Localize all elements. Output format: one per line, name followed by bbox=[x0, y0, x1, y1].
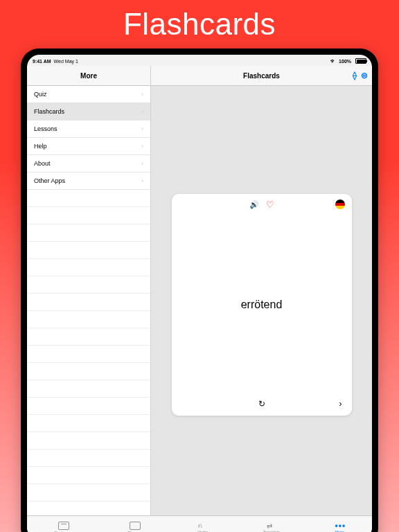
wifi-icon: ᯤ bbox=[330, 58, 336, 64]
tab-label: Translate bbox=[263, 530, 281, 533]
tab-label: Verbs bbox=[197, 530, 208, 533]
translate-icon: ⇄ bbox=[267, 522, 276, 529]
battery-percent: 100% bbox=[339, 59, 351, 64]
screen: 9:41 AM Wed May 1 ᯤ 100% More Quiz › bbox=[27, 55, 372, 532]
tab-phrases[interactable]: Phrases bbox=[127, 522, 143, 533]
heart-icon[interactable]: ♡ bbox=[266, 200, 274, 210]
list-spacer bbox=[27, 415, 150, 432]
chevron-right-icon: › bbox=[141, 143, 143, 150]
list-spacer bbox=[27, 346, 150, 363]
list-spacer bbox=[27, 450, 150, 467]
list-spacer bbox=[27, 276, 150, 294]
chevron-right-icon: › bbox=[141, 125, 143, 132]
book-icon bbox=[58, 522, 69, 530]
next-card-icon[interactable]: › bbox=[339, 399, 342, 409]
menu-item-label: Flashcards bbox=[34, 108, 64, 115]
left-navbar-title: More bbox=[80, 72, 97, 80]
chevron-right-icon: › bbox=[141, 91, 143, 98]
list-spacer bbox=[27, 328, 150, 346]
tab-more[interactable]: ••• More bbox=[335, 522, 344, 533]
chat-icon bbox=[130, 522, 141, 530]
card-bottom: ↻ › bbox=[172, 399, 352, 416]
status-date: Wed May 1 bbox=[54, 59, 78, 64]
status-time: 9:41 AM bbox=[33, 59, 51, 64]
menu-item-other-apps[interactable]: Other Apps › bbox=[27, 172, 150, 190]
list-spacer bbox=[27, 207, 150, 224]
right-navbar: Flashcards ⟠ ⊜ bbox=[151, 66, 372, 86]
list-spacer bbox=[27, 484, 150, 502]
flashcard-word: errötend bbox=[172, 210, 352, 399]
list-spacer bbox=[27, 311, 150, 328]
list-spacer bbox=[27, 363, 150, 380]
list-spacer bbox=[27, 242, 150, 259]
tab-dictionary[interactable]: Dictionary bbox=[55, 522, 73, 533]
chevron-right-icon: › bbox=[141, 177, 143, 184]
list-spacer bbox=[27, 502, 150, 515]
globe-icon[interactable]: ⊜ bbox=[361, 71, 368, 80]
tablet-frame: 9:41 AM Wed May 1 ᯤ 100% More Quiz › bbox=[21, 48, 378, 532]
more-icon: ••• bbox=[335, 522, 344, 529]
card-top: 🔊 ♡ bbox=[172, 194, 352, 210]
menu-list: Quiz › Flashcards › Lessons › Help › bbox=[27, 86, 150, 515]
menu-item-label: Quiz bbox=[34, 91, 47, 98]
battery-icon bbox=[355, 58, 366, 64]
tab-bar: Dictionary Phrases ⎌ Verbs ⇄ Translate •… bbox=[27, 515, 372, 532]
list-spacer bbox=[27, 224, 150, 242]
chevron-right-icon: › bbox=[141, 108, 143, 115]
left-pane: More Quiz › Flashcards › Lessons › bbox=[27, 66, 151, 515]
menu-item-label: Other Apps bbox=[34, 177, 65, 184]
menu-item-label: Help bbox=[34, 143, 47, 150]
status-bar: 9:41 AM Wed May 1 ᯤ 100% bbox=[27, 55, 372, 66]
chevron-right-icon: › bbox=[141, 160, 143, 167]
hero-title: Flashcards bbox=[0, 7, 399, 42]
flashcard[interactable]: 🔊 ♡ errötend ↻ › bbox=[172, 194, 352, 416]
menu-item-label: About bbox=[34, 160, 51, 167]
list-spacer bbox=[27, 467, 150, 484]
list-spacer bbox=[27, 190, 150, 207]
verb-icon: ⎌ bbox=[198, 522, 208, 529]
settings-sliders-icon[interactable]: ⟠ bbox=[353, 71, 357, 80]
left-navbar: More bbox=[27, 66, 150, 86]
list-spacer bbox=[27, 432, 150, 450]
right-pane: Flashcards ⟠ ⊜ 🔊 ♡ bbox=[151, 66, 372, 515]
tab-translate[interactable]: ⇄ Translate bbox=[263, 522, 281, 533]
list-spacer bbox=[27, 294, 150, 311]
menu-item-flashcards[interactable]: Flashcards › bbox=[27, 103, 150, 121]
list-spacer bbox=[27, 398, 150, 415]
speaker-icon[interactable]: 🔊 bbox=[249, 200, 259, 209]
right-navbar-title: Flashcards bbox=[243, 72, 280, 80]
refresh-icon[interactable]: ↻ bbox=[258, 399, 265, 409]
menu-item-quiz[interactable]: Quiz › bbox=[27, 86, 150, 103]
menu-item-help[interactable]: Help › bbox=[27, 138, 150, 155]
flag-de-icon bbox=[335, 200, 345, 209]
tab-verbs[interactable]: ⎌ Verbs bbox=[197, 522, 208, 533]
menu-item-lessons[interactable]: Lessons › bbox=[27, 121, 150, 138]
flashcard-area: 🔊 ♡ errötend ↻ › bbox=[151, 86, 372, 515]
list-spacer bbox=[27, 380, 150, 398]
menu-item-label: Lessons bbox=[34, 125, 57, 132]
list-spacer bbox=[27, 259, 150, 276]
menu-item-about[interactable]: About › bbox=[27, 155, 150, 172]
